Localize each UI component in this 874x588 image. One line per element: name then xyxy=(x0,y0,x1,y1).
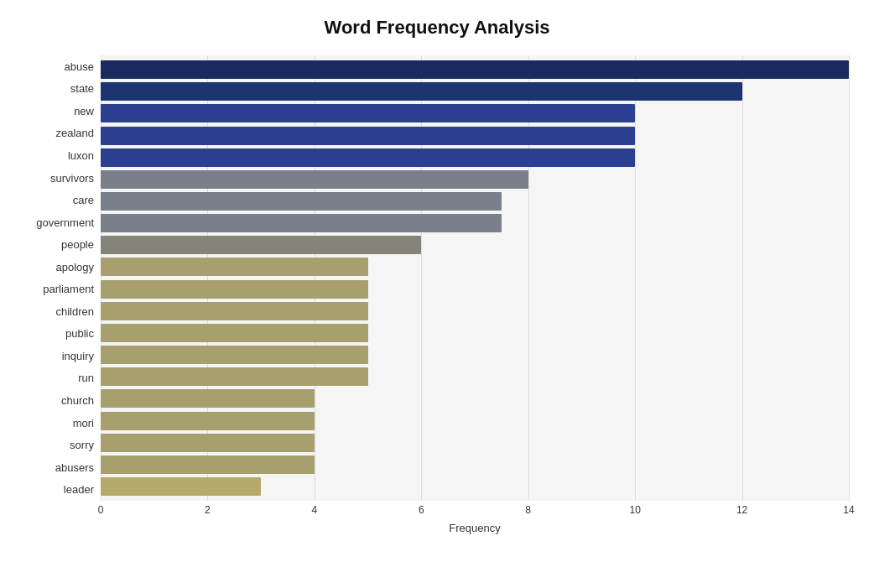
y-label: state xyxy=(25,83,101,94)
bar xyxy=(101,455,315,474)
y-label: people xyxy=(25,239,101,250)
bar-row xyxy=(101,147,849,169)
plot-area: Frequency 02468101214 xyxy=(101,55,849,526)
bar xyxy=(101,302,368,320)
y-label: church xyxy=(25,395,101,406)
grid-and-bars xyxy=(101,55,849,501)
x-tick-label: 2 xyxy=(205,504,211,516)
bar-row xyxy=(101,234,849,256)
chart-area: abusestatenewzealandluxonsurvivorscarego… xyxy=(25,55,849,526)
bar xyxy=(101,148,635,167)
y-label: mori xyxy=(25,418,101,429)
y-label: parliament xyxy=(25,284,101,294)
x-tick-label: 8 xyxy=(525,504,531,516)
y-label: abusers xyxy=(25,462,101,473)
bar xyxy=(101,389,315,408)
x-tick-label: 14 xyxy=(843,504,854,516)
bar-row xyxy=(101,278,849,300)
bar xyxy=(101,214,502,232)
y-label: sorry xyxy=(25,440,101,450)
bar-row xyxy=(101,212,849,234)
bar xyxy=(101,367,368,386)
x-tick-label: 12 xyxy=(736,504,747,516)
bar-row xyxy=(101,300,849,322)
chart-title: Word Frequency Analysis xyxy=(25,17,849,39)
bar-row xyxy=(101,102,849,124)
grid-line xyxy=(849,55,850,501)
bar xyxy=(101,82,742,101)
y-label: abuse xyxy=(25,61,101,72)
y-label: survivors xyxy=(25,173,101,184)
bar-row xyxy=(101,344,849,366)
bar-row xyxy=(101,454,849,476)
bar xyxy=(101,258,368,276)
bar xyxy=(101,434,315,452)
bar-row xyxy=(101,322,849,344)
bar xyxy=(101,127,635,145)
bar-row xyxy=(101,81,849,102)
y-label: public xyxy=(25,328,101,339)
y-label: new xyxy=(25,106,101,117)
y-label: leader xyxy=(25,484,101,495)
bar-row xyxy=(101,124,849,146)
bar-row xyxy=(101,59,849,81)
x-tick-label: 10 xyxy=(629,504,640,516)
bar-row xyxy=(101,256,849,278)
bar-row xyxy=(101,169,849,190)
bar xyxy=(101,324,368,342)
chart-container: Word Frequency Analysis abusestatenewzea… xyxy=(0,0,874,588)
bar xyxy=(101,60,849,79)
bar-row xyxy=(101,432,849,454)
x-tick-label: 0 xyxy=(98,504,104,516)
y-label: government xyxy=(25,217,101,228)
y-label: care xyxy=(25,195,101,206)
x-axis-title: Frequency xyxy=(449,522,500,534)
y-label: inquiry xyxy=(25,351,101,362)
y-label: apology xyxy=(25,262,101,273)
bar xyxy=(101,412,315,430)
x-tick-label: 4 xyxy=(312,504,318,516)
bar-row xyxy=(101,476,849,497)
bar-row xyxy=(101,366,849,388)
x-tick-label: 6 xyxy=(419,504,424,516)
y-label: zealand xyxy=(25,127,101,138)
bar-row xyxy=(101,388,849,409)
bar xyxy=(101,104,635,122)
y-label: luxon xyxy=(25,150,101,161)
bar xyxy=(101,236,421,254)
y-axis: abusestatenewzealandluxonsurvivorscarego… xyxy=(25,55,101,526)
bars-wrapper xyxy=(101,55,849,501)
y-label: run xyxy=(25,372,101,383)
bar xyxy=(101,170,528,189)
bar xyxy=(101,477,261,496)
bar-row xyxy=(101,190,849,212)
bar-row xyxy=(101,410,849,432)
bar xyxy=(101,280,368,299)
bar xyxy=(101,346,368,364)
x-axis: Frequency 02468101214 xyxy=(101,501,849,526)
bar xyxy=(101,192,502,211)
y-label: children xyxy=(25,306,101,317)
